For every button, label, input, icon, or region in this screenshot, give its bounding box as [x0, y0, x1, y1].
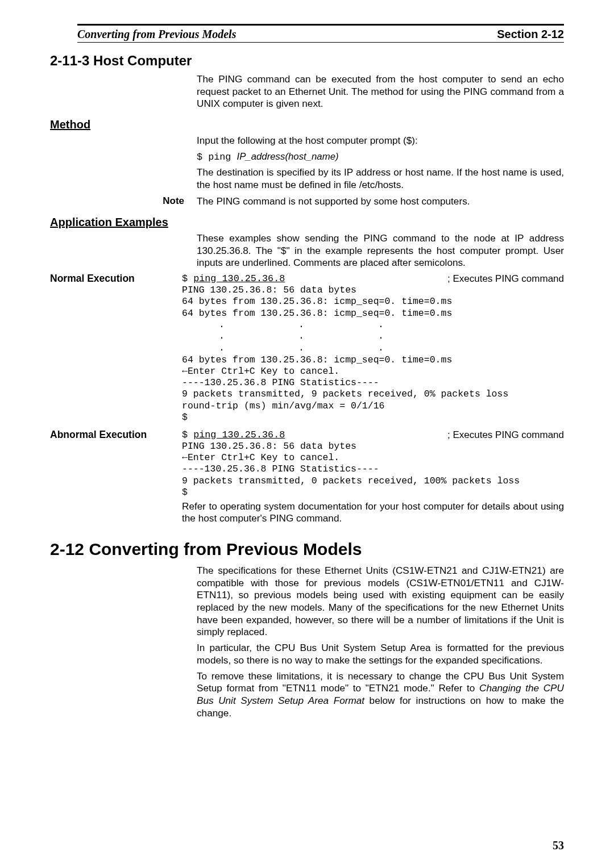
- method-line1: Input the following at the host computer…: [197, 135, 564, 147]
- convert-p2: In particular, the CPU Bus Unit System S…: [197, 642, 564, 666]
- abnormal-cmd: $ ping 130.25.36.8: [182, 429, 285, 441]
- abnormal-cmd-comment: ; Executes PING command: [447, 429, 564, 441]
- page-number: 53: [553, 839, 564, 852]
- abnormal-cmd-underlined: ping 130.25.36.8: [193, 429, 285, 440]
- heading-converting: 2-12 Converting from Previous Models: [50, 540, 564, 559]
- normal-cmd: $ ping 130.25.36.8: [182, 273, 285, 285]
- label-abnormal-execution: Abnormal Execution: [50, 429, 182, 441]
- normal-dots-3: ...: [182, 343, 564, 354]
- running-head-left: Converting from Previous Models: [77, 28, 236, 41]
- running-head-right: Section 2-12: [497, 28, 564, 41]
- normal-cmd-comment: ; Executes PING command: [447, 273, 564, 285]
- heading-method: Method: [50, 118, 564, 131]
- heading-application-examples: Application Examples: [50, 216, 564, 229]
- note-text: The PING command is not supported by som…: [197, 195, 564, 208]
- abnormal-block: PING 130.25.36.8: 56 data bytes ←Enter C…: [182, 441, 564, 498]
- heading-host-computer: 2-11-3 Host Computer: [50, 53, 564, 69]
- label-normal-execution: Normal Execution: [50, 273, 182, 285]
- abnormal-after: Refer to operating system documentation …: [182, 500, 564, 525]
- normal-block2: 64 bytes from 130.25.36.8: icmp_seq=0. t…: [182, 354, 564, 423]
- abnormal-cmd-dollar: $: [182, 429, 193, 440]
- normal-block1: PING 130.25.36.8: 56 data bytes 64 bytes…: [182, 285, 564, 319]
- hostcomp-intro: The PING command can be executed from th…: [197, 73, 564, 110]
- convert-p3: To remove these limitations, it is neces…: [197, 670, 564, 720]
- method-cmd-prefix: $ ping: [197, 152, 237, 162]
- normal-cmd-underlined: ping 130.25.36.8: [193, 273, 285, 284]
- note-label: Note: [77, 195, 197, 208]
- appex-intro: These examples show sending the PING com…: [197, 232, 564, 269]
- normal-cmd-dollar: $: [182, 273, 193, 284]
- convert-p1: The specifications for these Ethernet Un…: [197, 565, 564, 639]
- method-cmd-arg: IP_address(host_name): [237, 151, 339, 162]
- method-command: $ ping IP_address(host_name): [197, 151, 564, 163]
- normal-dots-2: ...: [182, 331, 564, 343]
- normal-dots-1: ...: [182, 319, 564, 331]
- method-line2: The destination is specified by its IP a…: [197, 166, 564, 191]
